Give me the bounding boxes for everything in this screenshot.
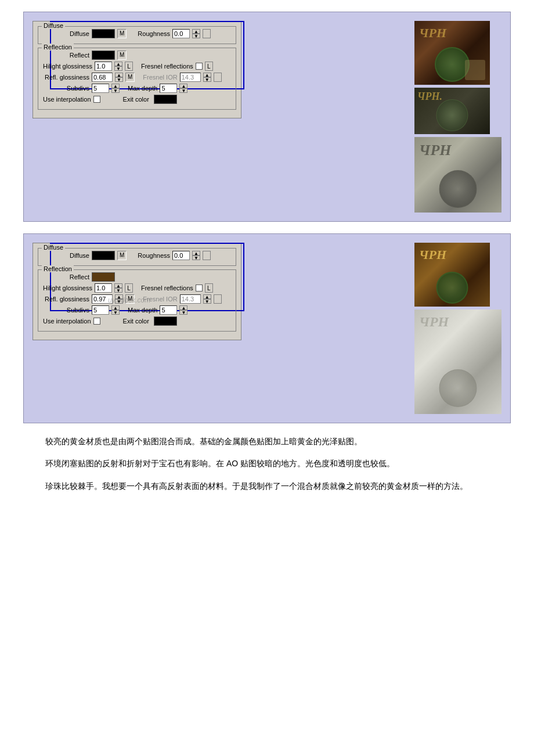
roughness-l-btn-1[interactable] [203,29,211,38]
refl-spinner-1[interactable]: ▲ ▼ [115,73,123,82]
refl-input-2[interactable] [92,294,113,304]
hilight-input-1[interactable] [95,62,112,71]
max-depth-input-2[interactable] [160,305,177,315]
exit-color-swatch-2[interactable] [154,316,177,326]
panel-1-image-1: ЧРН [414,21,490,85]
refl-spin-down-2[interactable]: ▼ [115,299,123,304]
text-content: 较亮的黄金材质也是由两个贴图混合而成。基础的金属颜色贴图加上暗黄金的光泽贴图。 … [23,435,511,492]
reflect-color-swatch-1[interactable] [92,51,115,60]
subdivs-spin-up-2[interactable]: ▲ [111,305,120,310]
roughness-spin-up-2[interactable]: ▲ [192,251,200,255]
fresnel-l-btn-1[interactable]: L [205,62,213,71]
refl-spin-up-2[interactable]: ▲ [115,294,123,299]
panel-2-content: Diffuse Diffuse M Roughness ▲ ▼ [33,243,501,414]
use-interp-label-1: Use interpolation [43,96,91,103]
diffuse-field-label-2: Diffuse [43,252,89,259]
hilight-spin-up-2[interactable]: ▲ [114,283,122,288]
diffuse-section-1: Diffuse Diffuse M Roughness ▲ ▼ [38,26,236,44]
hilight-spin-down-1[interactable]: ▼ [114,66,122,71]
reflection-label-2: Reflection [42,265,74,272]
fresnel-ior-spin-down-2[interactable]: ▼ [203,299,211,304]
hilight-spin-up-1[interactable]: ▲ [114,62,122,66]
fresnel-l-btn-2[interactable]: L [205,283,213,293]
subdivs-input-1[interactable] [92,84,109,93]
roughness-spin-down-1[interactable]: ▼ [192,34,200,38]
max-depth-spin-down-2[interactable]: ▼ [179,310,187,315]
panel-1-yph-text-3: ЧРН [419,142,452,159]
subdivs-spin-up-1[interactable]: ▲ [111,84,120,88]
subdivs-spin-down-1[interactable]: ▼ [111,88,120,93]
subdivs-spinner-1[interactable]: ▲ ▼ [111,84,120,93]
fresnel-ior-spinner-2[interactable]: ▲ ▼ [203,294,211,304]
roughness-spinner-1[interactable]: ▲ ▼ [192,29,200,38]
refl-spin-up-1[interactable]: ▲ [115,73,123,77]
diffuse-color-swatch-1[interactable] [92,29,115,38]
hilight-l-btn-2[interactable]: L [125,283,133,293]
use-interp-row-1: Use interpolation Exit color [43,95,231,104]
panel-2-yph-text-2: ЧРН [419,314,449,330]
refl-m-button-2[interactable]: M [125,294,135,304]
fresnel-checkbox-2[interactable] [196,285,203,291]
diffuse-label-2: Diffuse [42,244,65,251]
fresnel-ior-label-2: Fresnel IOR [143,296,177,303]
roughness-l-btn-2[interactable] [203,251,211,260]
roughness-spin-down-2[interactable]: ▼ [192,255,200,260]
fresnel-checkbox-1[interactable] [196,63,203,70]
panel-2-yph-text-1: ЧРН [419,247,446,262]
diffuse-row-1: Diffuse M Roughness ▲ ▼ [43,29,231,38]
fresnel-ior-input-2[interactable] [180,294,201,304]
fresnel-ior-input-1[interactable] [180,73,201,82]
max-depth-spinner-1[interactable]: ▲ ▼ [179,84,187,93]
refl-m-button-1[interactable]: M [125,73,135,82]
refl-field-label-2: Refl. glossiness [43,296,89,303]
roughness-label-1: Roughness [138,30,170,37]
max-depth-spin-up-2[interactable]: ▲ [179,305,187,310]
reflect-color-swatch-2[interactable] [92,272,115,282]
refl-input-1[interactable] [92,73,113,82]
exit-color-label-2: Exit color [123,318,149,325]
face-circle-3 [439,170,477,208]
subdivs-spin-down-2[interactable]: ▼ [111,310,120,315]
material-editor-2: Diffuse Diffuse M Roughness ▲ ▼ [33,243,241,340]
subdivs-row-1: Subdivs ▲ ▼ Max depth ▲ ▼ [43,84,231,93]
hilight-spinner-1[interactable]: ▲ ▼ [114,62,122,71]
max-depth-input-1[interactable] [160,84,177,93]
subdivs-spinner-2[interactable]: ▲ ▼ [111,305,120,315]
diffuse-m-button-2[interactable]: M [117,251,127,260]
fresnel-ior-l-btn-1[interactable] [214,73,222,82]
hilight-l-btn-1[interactable]: L [125,62,133,71]
text-paragraph-3: 珍珠比较棘手。我想要一个具有高反射表面的材料。于是我制作了一个混合材质就像之前较… [29,480,505,492]
diffuse-m-button-1[interactable]: M [117,29,127,38]
use-interp-checkbox-1[interactable] [93,96,100,103]
exit-color-swatch-1[interactable] [154,95,177,104]
panel-1-yph-text-2: ЧРН. [417,91,442,103]
subdivs-field-label-2: Subdivs [43,307,89,314]
panel-1-yph-text-1: ЧРН [419,26,446,41]
hilight-spinner-2[interactable]: ▲ ▼ [114,283,122,293]
refl-row-1: Refl. glossiness ▲ ▼ M Fresnel IOR ▲ [43,73,231,82]
roughness-input-2[interactable] [172,251,190,260]
subdivs-input-2[interactable] [92,305,109,315]
hilight-spin-down-2[interactable]: ▼ [114,288,122,293]
max-depth-spin-up-1[interactable]: ▲ [179,84,187,88]
hilight-input-2[interactable] [95,283,112,293]
max-depth-spinner-2[interactable]: ▲ ▼ [179,305,187,315]
diffuse-color-swatch-2[interactable] [92,251,115,260]
face-circle-4 [436,272,468,304]
fresnel-ior-spin-down-1[interactable]: ▼ [203,77,211,82]
roughness-spin-up-1[interactable]: ▲ [192,29,200,34]
panel-1-content: Diffuse Diffuse M Roughness ▲ ▼ [33,21,501,213]
use-interp-label-2: Use interpolation [43,318,91,325]
fresnel-ior-spinner-1[interactable]: ▲ ▼ [203,73,211,82]
fresnel-ior-l-btn-2[interactable] [214,294,222,304]
fresnel-ior-spin-up-1[interactable]: ▲ [203,73,211,77]
refl-spinner-2[interactable]: ▲ ▼ [115,294,123,304]
max-depth-spin-down-1[interactable]: ▼ [179,88,187,93]
reflect-field-label-1: Reflect [43,52,89,59]
refl-spin-down-1[interactable]: ▼ [115,77,123,82]
roughness-input-1[interactable] [172,29,190,38]
reflect-m-button-1[interactable]: M [117,51,127,60]
fresnel-ior-spin-up-2[interactable]: ▲ [203,294,211,299]
roughness-spinner-2[interactable]: ▲ ▼ [192,251,200,260]
use-interp-checkbox-2[interactable] [93,318,100,325]
